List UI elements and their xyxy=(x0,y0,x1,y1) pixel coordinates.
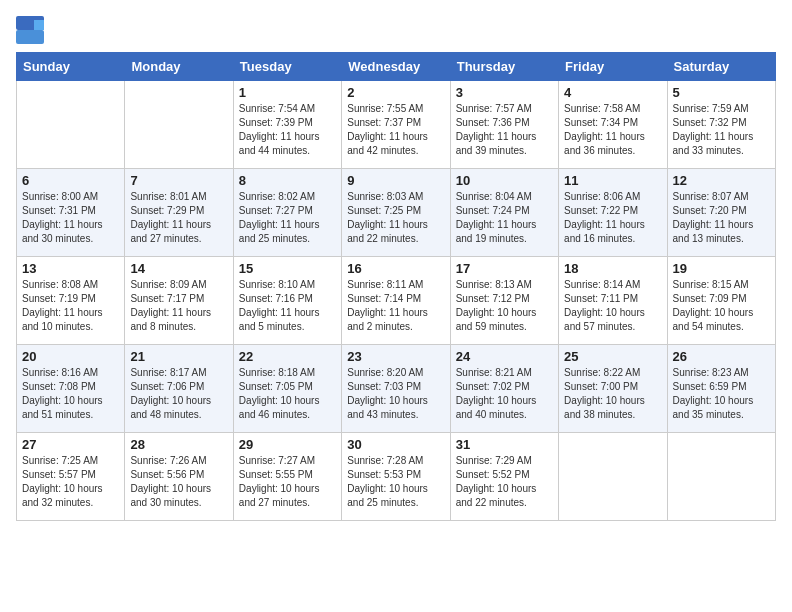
calendar-cell: 12Sunrise: 8:07 AMSunset: 7:20 PMDayligh… xyxy=(667,169,775,257)
day-number: 1 xyxy=(239,85,336,100)
day-detail: Sunrise: 7:58 AMSunset: 7:34 PMDaylight:… xyxy=(564,102,661,158)
calendar-cell: 15Sunrise: 8:10 AMSunset: 7:16 PMDayligh… xyxy=(233,257,341,345)
day-detail: Sunrise: 7:54 AMSunset: 7:39 PMDaylight:… xyxy=(239,102,336,158)
calendar-cell: 10Sunrise: 8:04 AMSunset: 7:24 PMDayligh… xyxy=(450,169,558,257)
calendar-cell: 22Sunrise: 8:18 AMSunset: 7:05 PMDayligh… xyxy=(233,345,341,433)
day-detail: Sunrise: 8:15 AMSunset: 7:09 PMDaylight:… xyxy=(673,278,770,334)
day-detail: Sunrise: 8:10 AMSunset: 7:16 PMDaylight:… xyxy=(239,278,336,334)
calendar-week-1: 1Sunrise: 7:54 AMSunset: 7:39 PMDaylight… xyxy=(17,81,776,169)
calendar-cell: 17Sunrise: 8:13 AMSunset: 7:12 PMDayligh… xyxy=(450,257,558,345)
calendar-cell: 23Sunrise: 8:20 AMSunset: 7:03 PMDayligh… xyxy=(342,345,450,433)
day-detail: Sunrise: 8:13 AMSunset: 7:12 PMDaylight:… xyxy=(456,278,553,334)
logo xyxy=(16,16,48,44)
calendar-cell: 26Sunrise: 8:23 AMSunset: 6:59 PMDayligh… xyxy=(667,345,775,433)
day-number: 21 xyxy=(130,349,227,364)
calendar-cell: 11Sunrise: 8:06 AMSunset: 7:22 PMDayligh… xyxy=(559,169,667,257)
calendar-cell: 5Sunrise: 7:59 AMSunset: 7:32 PMDaylight… xyxy=(667,81,775,169)
calendar-cell: 21Sunrise: 8:17 AMSunset: 7:06 PMDayligh… xyxy=(125,345,233,433)
day-number: 11 xyxy=(564,173,661,188)
day-detail: Sunrise: 7:28 AMSunset: 5:53 PMDaylight:… xyxy=(347,454,444,510)
day-number: 3 xyxy=(456,85,553,100)
header-day-thursday: Thursday xyxy=(450,53,558,81)
calendar-cell: 16Sunrise: 8:11 AMSunset: 7:14 PMDayligh… xyxy=(342,257,450,345)
svg-marker-2 xyxy=(34,20,44,30)
day-detail: Sunrise: 8:04 AMSunset: 7:24 PMDaylight:… xyxy=(456,190,553,246)
calendar-week-2: 6Sunrise: 8:00 AMSunset: 7:31 PMDaylight… xyxy=(17,169,776,257)
day-detail: Sunrise: 8:21 AMSunset: 7:02 PMDaylight:… xyxy=(456,366,553,422)
day-detail: Sunrise: 8:00 AMSunset: 7:31 PMDaylight:… xyxy=(22,190,119,246)
calendar-table: SundayMondayTuesdayWednesdayThursdayFrid… xyxy=(16,52,776,521)
day-number: 13 xyxy=(22,261,119,276)
day-detail: Sunrise: 8:14 AMSunset: 7:11 PMDaylight:… xyxy=(564,278,661,334)
header-day-sunday: Sunday xyxy=(17,53,125,81)
calendar-cell: 29Sunrise: 7:27 AMSunset: 5:55 PMDayligh… xyxy=(233,433,341,521)
day-number: 23 xyxy=(347,349,444,364)
day-number: 7 xyxy=(130,173,227,188)
day-detail: Sunrise: 7:55 AMSunset: 7:37 PMDaylight:… xyxy=(347,102,444,158)
day-number: 2 xyxy=(347,85,444,100)
day-number: 22 xyxy=(239,349,336,364)
day-number: 30 xyxy=(347,437,444,452)
day-number: 12 xyxy=(673,173,770,188)
logo-icon xyxy=(16,16,44,44)
header-day-tuesday: Tuesday xyxy=(233,53,341,81)
day-detail: Sunrise: 8:17 AMSunset: 7:06 PMDaylight:… xyxy=(130,366,227,422)
day-detail: Sunrise: 8:08 AMSunset: 7:19 PMDaylight:… xyxy=(22,278,119,334)
calendar-cell: 9Sunrise: 8:03 AMSunset: 7:25 PMDaylight… xyxy=(342,169,450,257)
day-number: 9 xyxy=(347,173,444,188)
calendar-cell: 3Sunrise: 7:57 AMSunset: 7:36 PMDaylight… xyxy=(450,81,558,169)
day-detail: Sunrise: 8:03 AMSunset: 7:25 PMDaylight:… xyxy=(347,190,444,246)
calendar-week-5: 27Sunrise: 7:25 AMSunset: 5:57 PMDayligh… xyxy=(17,433,776,521)
calendar-cell: 30Sunrise: 7:28 AMSunset: 5:53 PMDayligh… xyxy=(342,433,450,521)
calendar-cell: 4Sunrise: 7:58 AMSunset: 7:34 PMDaylight… xyxy=(559,81,667,169)
day-number: 10 xyxy=(456,173,553,188)
day-detail: Sunrise: 7:27 AMSunset: 5:55 PMDaylight:… xyxy=(239,454,336,510)
day-number: 20 xyxy=(22,349,119,364)
day-detail: Sunrise: 8:01 AMSunset: 7:29 PMDaylight:… xyxy=(130,190,227,246)
header-day-saturday: Saturday xyxy=(667,53,775,81)
day-detail: Sunrise: 7:59 AMSunset: 7:32 PMDaylight:… xyxy=(673,102,770,158)
day-number: 24 xyxy=(456,349,553,364)
calendar-cell: 20Sunrise: 8:16 AMSunset: 7:08 PMDayligh… xyxy=(17,345,125,433)
day-detail: Sunrise: 8:07 AMSunset: 7:20 PMDaylight:… xyxy=(673,190,770,246)
day-number: 5 xyxy=(673,85,770,100)
calendar-cell: 25Sunrise: 8:22 AMSunset: 7:00 PMDayligh… xyxy=(559,345,667,433)
calendar-cell: 28Sunrise: 7:26 AMSunset: 5:56 PMDayligh… xyxy=(125,433,233,521)
calendar-cell: 27Sunrise: 7:25 AMSunset: 5:57 PMDayligh… xyxy=(17,433,125,521)
day-detail: Sunrise: 8:18 AMSunset: 7:05 PMDaylight:… xyxy=(239,366,336,422)
calendar-week-3: 13Sunrise: 8:08 AMSunset: 7:19 PMDayligh… xyxy=(17,257,776,345)
calendar-cell: 13Sunrise: 8:08 AMSunset: 7:19 PMDayligh… xyxy=(17,257,125,345)
day-detail: Sunrise: 7:29 AMSunset: 5:52 PMDaylight:… xyxy=(456,454,553,510)
day-detail: Sunrise: 7:25 AMSunset: 5:57 PMDaylight:… xyxy=(22,454,119,510)
day-number: 31 xyxy=(456,437,553,452)
calendar-cell: 7Sunrise: 8:01 AMSunset: 7:29 PMDaylight… xyxy=(125,169,233,257)
day-detail: Sunrise: 8:02 AMSunset: 7:27 PMDaylight:… xyxy=(239,190,336,246)
day-number: 15 xyxy=(239,261,336,276)
day-number: 29 xyxy=(239,437,336,452)
calendar-cell xyxy=(559,433,667,521)
day-detail: Sunrise: 7:57 AMSunset: 7:36 PMDaylight:… xyxy=(456,102,553,158)
calendar-cell: 8Sunrise: 8:02 AMSunset: 7:27 PMDaylight… xyxy=(233,169,341,257)
header-row: SundayMondayTuesdayWednesdayThursdayFrid… xyxy=(17,53,776,81)
day-detail: Sunrise: 8:16 AMSunset: 7:08 PMDaylight:… xyxy=(22,366,119,422)
calendar-cell xyxy=(125,81,233,169)
day-number: 4 xyxy=(564,85,661,100)
day-detail: Sunrise: 8:06 AMSunset: 7:22 PMDaylight:… xyxy=(564,190,661,246)
day-number: 28 xyxy=(130,437,227,452)
calendar-cell: 31Sunrise: 7:29 AMSunset: 5:52 PMDayligh… xyxy=(450,433,558,521)
header-day-monday: Monday xyxy=(125,53,233,81)
calendar-week-4: 20Sunrise: 8:16 AMSunset: 7:08 PMDayligh… xyxy=(17,345,776,433)
calendar-cell: 24Sunrise: 8:21 AMSunset: 7:02 PMDayligh… xyxy=(450,345,558,433)
day-number: 17 xyxy=(456,261,553,276)
header-day-friday: Friday xyxy=(559,53,667,81)
day-detail: Sunrise: 7:26 AMSunset: 5:56 PMDaylight:… xyxy=(130,454,227,510)
day-number: 8 xyxy=(239,173,336,188)
day-number: 26 xyxy=(673,349,770,364)
day-number: 6 xyxy=(22,173,119,188)
calendar-cell xyxy=(17,81,125,169)
day-number: 14 xyxy=(130,261,227,276)
day-detail: Sunrise: 8:23 AMSunset: 6:59 PMDaylight:… xyxy=(673,366,770,422)
header-day-wednesday: Wednesday xyxy=(342,53,450,81)
calendar-cell: 1Sunrise: 7:54 AMSunset: 7:39 PMDaylight… xyxy=(233,81,341,169)
day-number: 27 xyxy=(22,437,119,452)
